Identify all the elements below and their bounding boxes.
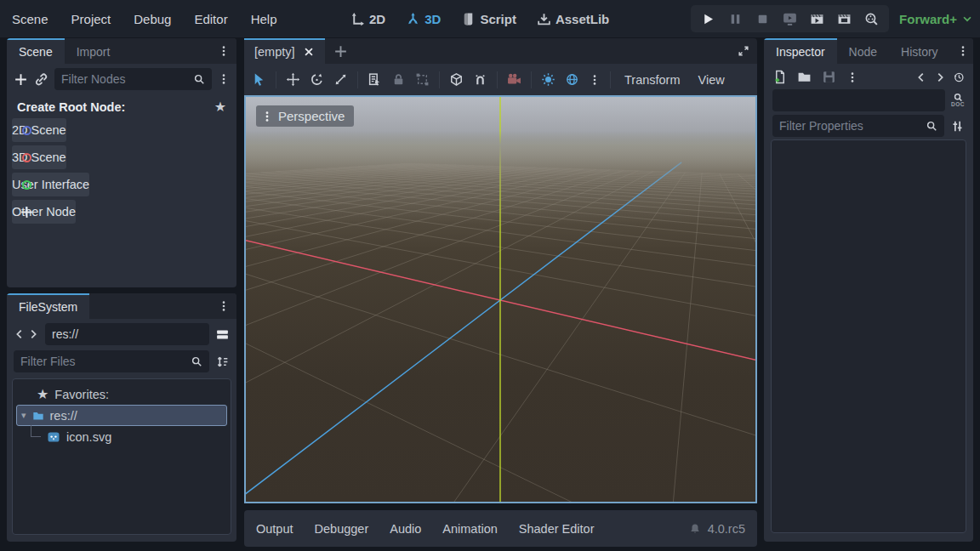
filesystem-dock-menu-button[interactable]	[211, 293, 236, 319]
bottom-tab-debugger[interactable]: Debugger	[315, 522, 369, 536]
new-resource-icon	[772, 70, 787, 84]
new-scene-tab-button[interactable]	[325, 38, 356, 64]
rotate-mode-button[interactable]	[310, 72, 324, 87]
move-mode-button[interactable]	[286, 72, 300, 87]
new-resource-button[interactable]	[772, 70, 787, 84]
playback-controls	[691, 5, 889, 32]
filter-properties-input[interactable]: Filter Properties	[772, 115, 944, 137]
create-2d-scene-button[interactable]: 2D Scene	[12, 118, 66, 142]
workspace-tab-assetlib[interactable]: AssetLib	[537, 12, 609, 26]
menu-debug[interactable]: Debug	[134, 12, 171, 26]
scene-tab-label: [empty]	[254, 45, 295, 59]
chevron-expand-icon[interactable]: ▾	[21, 410, 26, 421]
preview-camera-button[interactable]	[507, 72, 521, 87]
perspective-menu[interactable]: Perspective	[256, 105, 354, 127]
plus-icon	[20, 205, 34, 219]
tab-filesystem[interactable]: FileSystem	[7, 293, 89, 319]
bottom-tab-output[interactable]: Output	[256, 522, 293, 536]
tab-inspector[interactable]: Inspector	[764, 38, 837, 64]
create-3d-scene-button[interactable]: 3D Scene	[12, 145, 66, 169]
tree-row-res[interactable]: ▾ res://	[16, 405, 227, 426]
pause-button[interactable]	[728, 12, 743, 26]
bottom-tab-shader-editor[interactable]: Shader Editor	[519, 522, 595, 536]
bottom-panel-bar: Output Debugger Audio Animation Shader E…	[244, 510, 757, 547]
scene-tab-empty[interactable]: [empty]	[244, 38, 325, 64]
inspector-properties-area[interactable]	[771, 139, 966, 533]
inspector-filter-row: Filter Properties	[764, 113, 973, 137]
play-scene-button[interactable]	[810, 12, 824, 26]
tab-import[interactable]: Import	[65, 38, 122, 64]
inspector-dock-menu-button[interactable]	[950, 38, 973, 64]
distraction-free-button[interactable]	[730, 38, 757, 64]
tab-node[interactable]: Node	[837, 38, 889, 64]
resource-menu-button[interactable]	[846, 71, 858, 83]
star-icon: ★	[37, 388, 48, 401]
workspace-tab-script[interactable]: Script	[461, 12, 516, 26]
renderer-select[interactable]: Forward+	[899, 12, 973, 26]
object-history-button[interactable]	[953, 71, 965, 83]
select-mode-button[interactable]	[252, 72, 266, 87]
use-snap-button[interactable]	[473, 72, 487, 87]
viewport-3d-canvas[interactable]	[246, 97, 755, 502]
tab-history[interactable]: History	[889, 38, 950, 64]
play-button[interactable]	[701, 12, 715, 26]
menu-project[interactable]: Project	[71, 12, 111, 26]
history-clock-icon	[953, 71, 965, 83]
favorites-row[interactable]: ★ Favorites:	[13, 383, 231, 405]
chevron-left-icon	[915, 71, 927, 83]
filesystem-dock-tabs: FileSystem	[7, 293, 236, 319]
scale-mode-button[interactable]	[333, 72, 348, 87]
open-docs-button[interactable]: DOC	[951, 93, 965, 108]
create-user-interface-button[interactable]: User Interface	[12, 173, 89, 196]
movie-maker-button[interactable]	[864, 12, 879, 26]
toggle-environment-button[interactable]	[565, 72, 579, 87]
current-path-field[interactable]: res://	[45, 323, 209, 345]
tab-scene[interactable]: Scene	[7, 38, 65, 64]
menu-scene[interactable]: Scene	[12, 12, 48, 26]
create-other-node-button[interactable]: Other Node	[12, 200, 76, 224]
play-remote-button[interactable]	[783, 12, 797, 26]
close-icon[interactable]	[303, 46, 315, 58]
perspective-label: Perspective	[278, 109, 345, 123]
view-menu[interactable]: View	[694, 73, 729, 87]
search-icon	[193, 73, 205, 85]
scene-dock-menu-button[interactable]	[211, 38, 236, 64]
filter-nodes-input[interactable]: Filter Nodes	[54, 68, 212, 90]
tree-row-icon-svg[interactable]: icon.svg	[13, 426, 231, 447]
inspector-name-row: DOC	[764, 88, 973, 113]
file-sort-button[interactable]	[215, 355, 230, 369]
ungroup-selected-button[interactable]	[415, 72, 430, 87]
instance-scene-button[interactable]	[34, 72, 48, 87]
toggle-split-mode-button[interactable]	[215, 327, 230, 342]
sun-environ-menu-button[interactable]	[589, 74, 601, 86]
bottom-tab-audio[interactable]: Audio	[390, 522, 421, 536]
select-list-button[interactable]	[368, 72, 382, 87]
history-forward-button[interactable]	[27, 328, 39, 340]
favorites-star-icon[interactable]: ★	[214, 100, 226, 114]
load-resource-button[interactable]	[797, 70, 812, 84]
property-tools-button[interactable]	[950, 119, 965, 133]
edit-back-button[interactable]	[915, 71, 927, 83]
history-back-button[interactable]	[14, 328, 26, 340]
edit-forward-button[interactable]	[934, 71, 946, 83]
transform-menu[interactable]: Transform	[620, 73, 685, 87]
workspace-tab-3d[interactable]: 3D	[406, 12, 441, 26]
bottom-tab-animation[interactable]: Animation	[442, 522, 497, 536]
menu-editor[interactable]: Editor	[194, 12, 227, 26]
stop-button[interactable]	[755, 12, 770, 26]
viewport-3d[interactable]: Perspective	[244, 95, 757, 503]
notification-bell-icon[interactable]	[689, 523, 701, 535]
filter-files-input[interactable]: Filter Files	[14, 350, 209, 372]
menu-help[interactable]: Help	[251, 12, 277, 26]
resource-name-field[interactable]	[772, 89, 945, 111]
lock-selected-button[interactable]	[391, 72, 406, 87]
scene-tab-bar: [empty]	[244, 38, 757, 64]
favorites-label: Favorites:	[54, 388, 109, 401]
play-custom-scene-button[interactable]	[837, 12, 852, 26]
local-space-button[interactable]	[449, 72, 464, 87]
toggle-sun-button[interactable]	[541, 72, 556, 87]
scene-tree-menu-button[interactable]	[218, 73, 230, 85]
save-resource-button[interactable]	[822, 70, 836, 84]
add-node-button[interactable]	[14, 72, 28, 87]
workspace-tab-2d[interactable]: 2D	[350, 12, 385, 26]
